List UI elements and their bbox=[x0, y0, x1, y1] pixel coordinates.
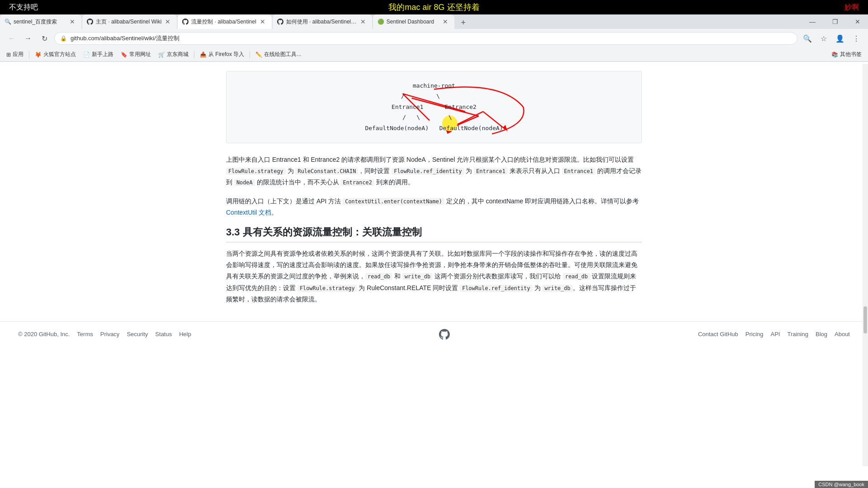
menu-button[interactable]: ⋮ bbox=[850, 32, 863, 45]
status-bar: CSDN @wang_book bbox=[815, 481, 868, 488]
tab-3-close[interactable]: ✕ bbox=[259, 18, 266, 25]
tab-1-title: sentinel_百度搜索 bbox=[14, 18, 66, 26]
footer-link-security[interactable]: Security bbox=[127, 331, 148, 338]
paragraph-3: 当两个资源之间具有资源争抢或者依赖关系的时候，这两个资源便具有了关联。比如对数据… bbox=[226, 248, 642, 305]
bookmark-jd[interactable]: 🛒 京东商城 bbox=[156, 50, 191, 59]
footer-link-help[interactable]: Help bbox=[179, 331, 191, 338]
tab-2-close[interactable]: ✕ bbox=[164, 18, 171, 25]
apps-grid-icon: ⊞ bbox=[6, 52, 11, 58]
section-3-3-title: 3.3 具有关系的资源流量控制：关联流量控制 bbox=[226, 225, 642, 243]
diagram-line-2: / \ bbox=[208, 91, 632, 101]
footer-link-api[interactable]: API bbox=[771, 331, 780, 338]
code-entrance2: Entrance2 bbox=[340, 179, 374, 186]
page-content: machine-root / \ Entrance1 Entrance2 / \… bbox=[0, 62, 868, 464]
diagram-area: machine-root / \ Entrance1 Entrance2 / \… bbox=[226, 71, 642, 143]
bookmark-drawing[interactable]: ✏️ 在线绘图工具... bbox=[253, 50, 304, 59]
content-wrapper: machine-root / \ Entrance1 Entrance2 / \… bbox=[208, 62, 660, 321]
footer-copyright: © 2020 GitHub, Inc. bbox=[18, 331, 70, 338]
tab-3-favicon bbox=[182, 19, 189, 25]
tab-bar: 🔍 sentinel_百度搜索 ✕ 主页 · alibaba/Sentinel … bbox=[0, 14, 868, 29]
tab-3[interactable]: 流量控制 · alibaba/Sentinel ✕ bbox=[178, 14, 271, 29]
reload-button[interactable]: ↻ bbox=[38, 32, 51, 45]
minimize-button[interactable]: — bbox=[802, 15, 823, 28]
paragraph-1: 上图中来自入口 Entrance1 和 Entrance2 的请求都调用到了资源… bbox=[226, 154, 642, 188]
footer-left: © 2020 GitHub, Inc. Terms Privacy Securi… bbox=[18, 331, 191, 338]
code-entrance1-ref: Entrance1 bbox=[562, 168, 595, 175]
tab-5-close[interactable]: ✕ bbox=[442, 18, 449, 25]
tab-5[interactable]: 🟢 Sentinel Dashboard ✕ bbox=[373, 14, 454, 29]
bookmark-new-user[interactable]: 📄 新手上路 bbox=[80, 50, 116, 59]
code-flowrule-strategy-2: FlowRule.strategy bbox=[297, 285, 357, 292]
contextutil-link[interactable]: ContextUtil 文档 bbox=[226, 209, 271, 216]
forward-button[interactable]: → bbox=[22, 32, 34, 45]
diagram-line-4: / \ \ bbox=[222, 112, 632, 122]
tab-4[interactable]: 如何使用 · alibaba/Sentinel W… ✕ bbox=[273, 14, 372, 29]
bookmark-more[interactable]: 📚 其他书签 bbox=[829, 50, 864, 59]
tab-5-favicon: 🟢 bbox=[377, 19, 384, 25]
section-title-text: 3.3 具有关系的资源流量控制：关联流量控制 bbox=[226, 226, 422, 238]
tab-1-close[interactable]: ✕ bbox=[69, 18, 76, 25]
code-ruleconstant-chain: RuleConstant.CHAIN bbox=[295, 168, 358, 175]
banner-right-text: 妙啊 bbox=[844, 3, 859, 12]
footer-link-pricing[interactable]: Pricing bbox=[745, 331, 764, 338]
tab-2-favicon bbox=[87, 19, 93, 25]
user-avatar-button[interactable]: 👤 bbox=[834, 32, 846, 45]
diagram-line-5: DefaultNode(nodeA) DefaultNode(nodeA) bbox=[236, 123, 632, 133]
github-footer: © 2020 GitHub, Inc. Terms Privacy Securi… bbox=[0, 321, 868, 347]
search-button[interactable]: 🔍 bbox=[801, 32, 814, 45]
bookmark-firefox[interactable]: 🦊 火狐官方站点 bbox=[32, 50, 79, 59]
code-nodea: NodeA bbox=[234, 179, 255, 186]
footer-link-blog[interactable]: Blog bbox=[816, 331, 827, 338]
bookmark-separator-1 bbox=[29, 51, 29, 58]
back-button[interactable]: ← bbox=[5, 32, 18, 45]
window-controls: — ❐ ✕ bbox=[802, 15, 868, 28]
navigation-bar: ← → ↻ 🔒 github.com/alibaba/Sentinel/wiki… bbox=[0, 29, 868, 48]
tab-4-favicon bbox=[277, 19, 283, 25]
code-flowrule-strategy: FlowRule.strategy bbox=[226, 168, 286, 175]
firefox-icon: 🦊 bbox=[35, 52, 42, 58]
footer-link-status[interactable]: Status bbox=[155, 331, 172, 338]
scrollbar-thumb[interactable] bbox=[863, 306, 867, 333]
more-icon: 📚 bbox=[831, 52, 838, 58]
address-bar[interactable]: 🔒 github.com/alibaba/Sentinel/wiki/流量控制 bbox=[54, 32, 797, 45]
import-icon: 📥 bbox=[200, 52, 207, 58]
paragraph-2: 调用链的入口（上下文）是通过 API 方法 ContextUtil.enter(… bbox=[226, 196, 642, 218]
bookmark-star-button[interactable]: ☆ bbox=[817, 32, 830, 45]
tab-2-title: 主页 · alibaba/Sentinel Wiki bbox=[96, 18, 161, 26]
tab-2[interactable]: 主页 · alibaba/Sentinel Wiki ✕ bbox=[82, 14, 177, 29]
right-scrollbar[interactable] bbox=[863, 64, 868, 466]
footer-link-privacy[interactable]: Privacy bbox=[100, 331, 120, 338]
cart-icon: 🛒 bbox=[158, 52, 165, 58]
maximize-button[interactable]: ❐ bbox=[825, 15, 845, 28]
bookmark-firefox-import[interactable]: 📥 从 Firefox 导入 bbox=[197, 50, 247, 59]
bookmark-common[interactable]: 🔖 常用网址 bbox=[118, 50, 154, 59]
tab-1-favicon: 🔍 bbox=[5, 19, 11, 25]
new-tab-button[interactable]: + bbox=[457, 16, 470, 29]
banner-center-text: 我的mac air 8G 还坚持着 bbox=[388, 2, 479, 13]
tab-1[interactable]: 🔍 sentinel_百度搜索 ✕ bbox=[0, 14, 81, 29]
tab-5-title: Sentinel Dashboard bbox=[387, 19, 439, 25]
footer-link-training[interactable]: Training bbox=[787, 331, 808, 338]
code-entrance1: Entrance1 bbox=[474, 168, 507, 175]
diagram-line-3: Entrance1 Entrance2 bbox=[236, 102, 632, 112]
pencil-icon: ✏️ bbox=[255, 52, 262, 58]
code-write-db: write_db bbox=[402, 273, 433, 280]
browser-chrome: 🔍 sentinel_百度搜索 ✕ 主页 · alibaba/Sentinel … bbox=[0, 14, 868, 62]
footer-link-about[interactable]: About bbox=[835, 331, 850, 338]
status-bar-text: CSDN @wang_book bbox=[818, 482, 864, 487]
footer-link-terms[interactable]: Terms bbox=[77, 331, 93, 338]
github-logo-footer bbox=[439, 329, 450, 340]
code-flowrule-ref-identity: FlowRule.ref_identity bbox=[392, 168, 464, 175]
bookmark-separator-3 bbox=[250, 51, 250, 58]
tab-4-close[interactable]: ✕ bbox=[359, 18, 367, 25]
code-write-db-2: write_db bbox=[542, 285, 572, 292]
footer-link-contact-github[interactable]: Contact GitHub bbox=[698, 331, 738, 338]
bookmark-apps[interactable]: ⊞ 应用 bbox=[4, 50, 26, 59]
bookmarks-bar: ⊞ 应用 🦊 火狐官方站点 📄 新手上路 🔖 常用网址 🛒 京东商城 📥 从 F… bbox=[0, 48, 868, 61]
tab-3-title: 流量控制 · alibaba/Sentinel bbox=[191, 18, 256, 26]
bookmark-icon: 🔖 bbox=[121, 52, 127, 58]
close-button[interactable]: ✕ bbox=[847, 15, 868, 28]
banner-left-text: 不支持吧 bbox=[9, 3, 38, 12]
code-flowrule-ref-identity-2: FlowRule.ref_identity bbox=[460, 285, 532, 292]
lock-icon: 🔒 bbox=[60, 35, 67, 42]
